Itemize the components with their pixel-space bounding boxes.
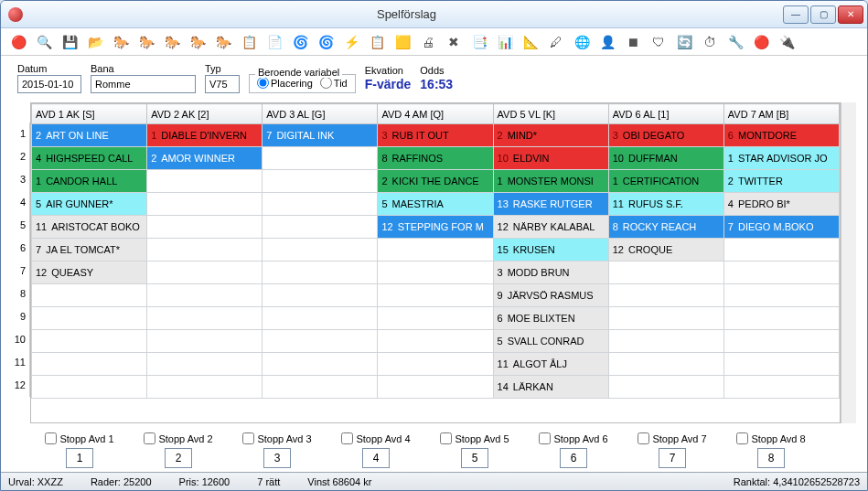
grid-cell[interactable]: 2MIND* bbox=[493, 124, 608, 147]
grid-cell[interactable]: 7JA EL TOMCAT* bbox=[32, 239, 147, 262]
toolbar-button-5[interactable]: 🐎 bbox=[138, 34, 155, 50]
grid-cell[interactable] bbox=[32, 284, 147, 307]
grid-cell[interactable] bbox=[608, 330, 723, 353]
grid-cell[interactable]: 3RUB IT OUT bbox=[378, 124, 493, 147]
column-header[interactable]: AVD 5 VL [K] bbox=[493, 104, 608, 124]
grid-cell[interactable]: 9JÄRVSÖ RASMUS bbox=[493, 284, 608, 307]
toolbar-button-19[interactable]: 📊 bbox=[497, 34, 513, 50]
toolbar-button-2[interactable]: 💾 bbox=[61, 34, 78, 50]
toolbar-button-23[interactable]: 👤 bbox=[599, 34, 616, 50]
column-header[interactable]: AVD 6 AL [1] bbox=[608, 104, 723, 124]
grid-cell[interactable]: 8RAFFINOS bbox=[378, 147, 493, 170]
grid-cell[interactable]: 14LÄRKAN bbox=[493, 376, 608, 399]
grid-cell[interactable]: 2KICKI THE DANCE bbox=[378, 170, 493, 193]
toolbar-button-28[interactable]: 🔧 bbox=[727, 34, 744, 50]
stop-checkbox-1[interactable]: Stopp Avd 1 bbox=[45, 432, 113, 444]
toolbar-button-8[interactable]: 🐎 bbox=[215, 34, 231, 50]
grid-cell[interactable] bbox=[263, 262, 378, 284]
toolbar-button-16[interactable]: 🖨 bbox=[420, 34, 436, 50]
grid-cell[interactable]: 11ALGOT ÅLJ bbox=[493, 353, 608, 376]
close-button[interactable]: ✕ bbox=[838, 5, 863, 24]
grid-cell[interactable]: 8ROCKY REACH bbox=[608, 216, 723, 239]
data-grid[interactable]: AVD 1 AK [S]AVD 2 AK [2]AVD 3 AL [G]AVD … bbox=[30, 102, 841, 423]
stop-checkbox-2[interactable]: Stopp Avd 2 bbox=[144, 432, 212, 444]
column-header[interactable]: AVD 2 AK [2] bbox=[147, 104, 263, 124]
grid-cell[interactable] bbox=[378, 284, 493, 307]
toolbar-button-10[interactable]: 📄 bbox=[266, 34, 283, 50]
grid-cell[interactable] bbox=[608, 353, 723, 376]
stop-button-3[interactable]: 3 bbox=[263, 448, 291, 468]
grid-cell[interactable] bbox=[263, 353, 378, 376]
stop-checkbox-7[interactable]: Stopp Avd 7 bbox=[638, 432, 706, 444]
grid-cell[interactable]: 4PEDRO BI* bbox=[723, 193, 839, 216]
grid-cell[interactable]: 1DIABLE D'INVERN bbox=[147, 124, 263, 147]
toolbar-button-25[interactable]: 🛡 bbox=[650, 34, 667, 50]
grid-cell[interactable] bbox=[263, 239, 378, 262]
toolbar-button-21[interactable]: 🖊 bbox=[548, 34, 564, 50]
grid-cell[interactable]: 1MONSTER MONSI bbox=[493, 170, 608, 193]
grid-cell[interactable]: 12QUEASY bbox=[32, 262, 147, 284]
grid-cell[interactable] bbox=[147, 193, 263, 216]
toolbar-button-17[interactable]: ✖ bbox=[445, 34, 462, 50]
grid-cell[interactable] bbox=[32, 307, 147, 330]
grid-cell[interactable] bbox=[608, 284, 723, 307]
grid-cell[interactable] bbox=[723, 307, 839, 330]
grid-cell[interactable] bbox=[723, 262, 839, 284]
grid-cell[interactable] bbox=[147, 262, 263, 284]
grid-cell[interactable] bbox=[147, 330, 263, 353]
grid-cell[interactable]: 3OBI DEGATO bbox=[608, 124, 723, 147]
grid-cell[interactable]: 6MONTDORE bbox=[723, 124, 839, 147]
stop-checkbox-5[interactable]: Stopp Avd 5 bbox=[440, 432, 509, 444]
grid-cell[interactable]: 7DIGITAL INK bbox=[263, 124, 378, 147]
toolbar-button-22[interactable]: 🌐 bbox=[573, 34, 590, 50]
toolbar-button-26[interactable]: 🔄 bbox=[676, 34, 692, 50]
grid-cell[interactable] bbox=[263, 193, 378, 216]
grid-cell[interactable]: 12NÄRBY KALABAL bbox=[493, 216, 608, 239]
radio-placering[interactable]: Placering bbox=[257, 77, 313, 89]
grid-cell[interactable]: 12STEPPING FOR M bbox=[378, 216, 493, 239]
grid-cell[interactable] bbox=[378, 307, 493, 330]
grid-cell[interactable] bbox=[263, 376, 378, 399]
stop-button-8[interactable]: 8 bbox=[757, 448, 785, 468]
grid-cell[interactable]: 10ELDVIN bbox=[493, 147, 608, 170]
stop-button-7[interactable]: 7 bbox=[659, 448, 686, 468]
grid-cell[interactable] bbox=[723, 353, 839, 376]
grid-cell[interactable] bbox=[378, 330, 493, 353]
grid-cell[interactable]: 15KRUSEN bbox=[493, 239, 608, 262]
toolbar-button-3[interactable]: 📂 bbox=[87, 34, 103, 50]
grid-cell[interactable] bbox=[147, 307, 263, 330]
datum-input[interactable] bbox=[17, 75, 81, 93]
toolbar-button-12[interactable]: 🌀 bbox=[317, 34, 334, 50]
grid-cell[interactable]: 11RUFUS S.F. bbox=[608, 193, 723, 216]
grid-cell[interactable]: 13RASKE RUTGER bbox=[493, 193, 608, 216]
column-header[interactable]: AVD 1 AK [S] bbox=[32, 104, 147, 124]
toolbar-button-4[interactable]: 🐎 bbox=[113, 34, 129, 50]
grid-cell[interactable] bbox=[378, 262, 493, 284]
grid-cell[interactable]: 6MOE BLIXTEN bbox=[493, 307, 608, 330]
grid-cell[interactable] bbox=[263, 147, 378, 170]
grid-cell[interactable] bbox=[263, 170, 378, 193]
grid-cell[interactable] bbox=[263, 330, 378, 353]
grid-cell[interactable] bbox=[608, 376, 723, 399]
grid-cell[interactable]: 10DUFFMAN bbox=[608, 147, 723, 170]
stop-checkbox-4[interactable]: Stopp Avd 4 bbox=[341, 432, 410, 444]
toolbar-button-24[interactable]: ⏹ bbox=[625, 34, 641, 50]
grid-cell[interactable] bbox=[723, 239, 839, 262]
toolbar-button-7[interactable]: 🐎 bbox=[189, 34, 206, 50]
grid-cell[interactable]: 2TWITTER bbox=[723, 170, 839, 193]
grid-cell[interactable]: 1CERTIFICATION bbox=[608, 170, 723, 193]
toolbar-button-15[interactable]: 🟨 bbox=[394, 34, 411, 50]
vertical-scrollbar[interactable] bbox=[841, 102, 856, 423]
grid-cell[interactable] bbox=[147, 284, 263, 307]
column-header[interactable]: AVD 7 AM [B] bbox=[723, 104, 839, 124]
grid-cell[interactable] bbox=[263, 307, 378, 330]
grid-cell[interactable] bbox=[378, 376, 493, 399]
grid-cell[interactable]: 3MODD BRUN bbox=[493, 262, 608, 284]
grid-cell[interactable]: 4HIGHSPEED CALL bbox=[32, 147, 147, 170]
toolbar-button-1[interactable]: 🔍 bbox=[36, 34, 52, 50]
stop-checkbox-6[interactable]: Stopp Avd 6 bbox=[539, 432, 607, 444]
grid-cell[interactable] bbox=[378, 239, 493, 262]
toolbar-button-0[interactable]: 🔴 bbox=[10, 34, 27, 50]
grid-cell[interactable] bbox=[723, 330, 839, 353]
stop-button-4[interactable]: 4 bbox=[362, 448, 390, 468]
